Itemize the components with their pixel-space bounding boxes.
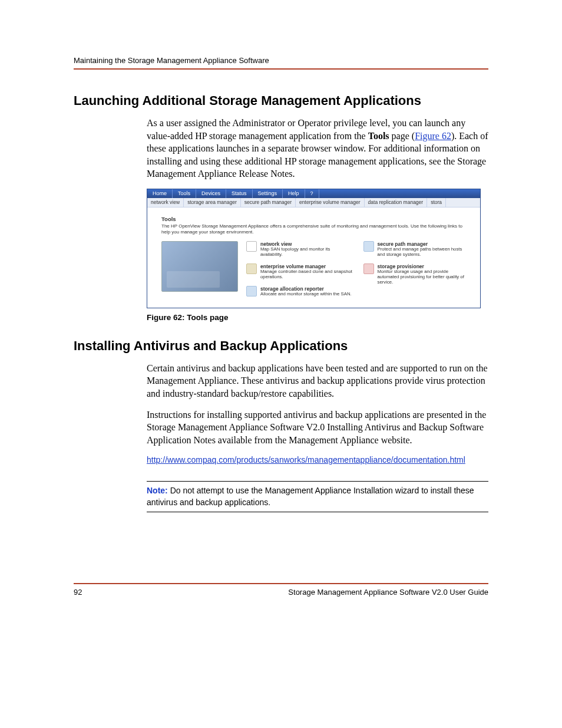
subtab-storage-area-manager[interactable]: storage area manager <box>184 198 241 207</box>
tab-help[interactable]: Help <box>283 189 305 198</box>
running-header: Maintaining the Storage Management Appli… <box>74 56 488 70</box>
note-rule-top <box>147 481 488 482</box>
tool-storage-provisioner[interactable]: storage provisioner Monitor storage usag… <box>363 263 470 285</box>
tab-question[interactable]: ? <box>305 189 319 198</box>
figure-62: Home Tools Devices Status Settings Help … <box>147 189 488 308</box>
subtab-network-view[interactable]: network view <box>147 198 184 207</box>
tab-devices[interactable]: Devices <box>196 189 226 198</box>
tool-column-1: network view Map SAN topology and monito… <box>246 241 353 297</box>
tool-desc: Manage controller-based clone and snapsh… <box>260 269 353 280</box>
page: Maintaining the Storage Management Appli… <box>0 0 562 632</box>
tab-status[interactable]: Status <box>226 189 253 198</box>
documentation-url-link[interactable]: http://www.compaq.com/products/sanworks/… <box>147 455 465 465</box>
screenshot-grid: network view Map SAN topology and monito… <box>161 241 470 297</box>
note-text: Do not attempt to use the Management App… <box>147 486 474 507</box>
heading-launching: Launching Additional Storage Management … <box>74 93 488 108</box>
tab-settings[interactable]: Settings <box>253 189 283 198</box>
paragraph-antivirus-2: Instructions for installing supported an… <box>74 409 488 447</box>
main-tab-row: Home Tools Devices Status Settings Help … <box>147 189 480 198</box>
sub-tab-row: network view storage area manager secure… <box>147 198 480 207</box>
spm-icon <box>363 241 374 252</box>
note-label: Note: <box>147 486 168 495</box>
tool-columns: network view Map SAN topology and monito… <box>246 241 470 297</box>
screenshot-title: Tools <box>161 216 470 222</box>
evm-icon <box>246 263 257 274</box>
subtab-storage-truncated[interactable]: stora <box>427 198 446 207</box>
page-number: 92 <box>74 588 82 597</box>
tool-desc: Map SAN topology and monitor its availab… <box>260 247 353 258</box>
screenshot-content: Tools The HP OpenView Storage Management… <box>147 207 480 308</box>
tools-hero-image <box>161 241 238 292</box>
note-body: Note: Do not attempt to use the Manageme… <box>147 485 488 508</box>
tool-desc: Protect and manage paths between hosts a… <box>378 247 470 258</box>
tools-page-screenshot: Home Tools Devices Status Settings Help … <box>147 189 481 308</box>
tool-storage-allocation-reporter[interactable]: storage allocation reporter Allocate and… <box>246 286 353 297</box>
tab-home[interactable]: Home <box>147 189 173 198</box>
tool-enterprise-volume-manager[interactable]: enterprise volume manager Manage control… <box>246 263 353 280</box>
note-rule-bottom <box>147 512 488 512</box>
note-block: Note: Do not attempt to use the Manageme… <box>147 481 488 512</box>
tool-column-2: secure path manager Protect and manage p… <box>363 241 470 297</box>
doc-title-footer: Storage Management Appliance Software V2… <box>288 588 488 597</box>
screenshot-intro: The HP OpenView Storage Management Appli… <box>161 223 470 235</box>
figure-caption: Figure 62: Tools page <box>147 313 488 322</box>
tool-desc: Allocate and monitor storage within the … <box>260 292 352 297</box>
paragraph-launching: As a user assigned the Administrator or … <box>74 117 488 180</box>
network-view-icon <box>246 241 257 252</box>
heading-installing: Installing Antivirus and Backup Applicat… <box>74 338 488 354</box>
p1-bold-tools: Tools <box>368 131 389 141</box>
figure-62-link[interactable]: Figure 62 <box>415 131 451 141</box>
subtab-enterprise-volume-manager[interactable]: enterprise volume manager <box>296 198 364 207</box>
tool-network-view[interactable]: network view Map SAN topology and monito… <box>246 241 353 258</box>
page-footer: 92 Storage Management Appliance Software… <box>74 583 488 597</box>
tab-tools[interactable]: Tools <box>173 189 196 198</box>
tool-secure-path-manager[interactable]: secure path manager Protect and manage p… <box>363 241 470 258</box>
p1-text-b: page ( <box>389 131 415 141</box>
tool-desc: Monitor storage usage and provide automa… <box>378 269 470 285</box>
subtab-data-replication-manager[interactable]: data replication manager <box>365 198 428 207</box>
sar-icon <box>246 286 257 297</box>
subtab-secure-path-manager[interactable]: secure path manager <box>241 198 296 207</box>
paragraph-antivirus-1: Certain antivirus and backup application… <box>74 362 488 400</box>
sp-icon <box>363 263 374 274</box>
